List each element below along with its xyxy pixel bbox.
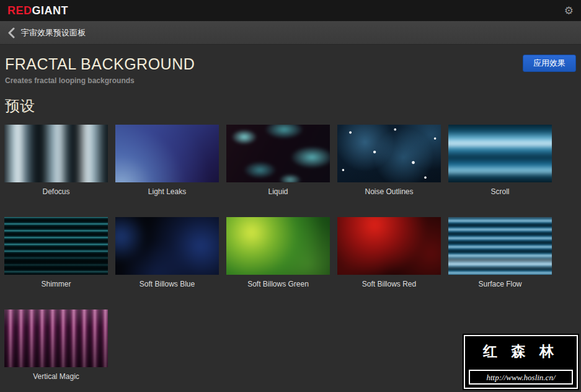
preset-thumb-scroll[interactable] — [448, 125, 552, 182]
thumb-art — [337, 125, 441, 182]
preset-label: Shimmer — [4, 280, 108, 288]
preset-thumb-liquid[interactable] — [226, 125, 330, 182]
thumb-art — [4, 125, 108, 182]
preset-thumb-shimmer[interactable] — [4, 217, 108, 275]
preset-label: Surface Flow — [448, 280, 552, 288]
nav-back-label[interactable]: 宇宙效果预设面板 — [21, 27, 86, 38]
thumb-art — [4, 310, 108, 367]
preset-cell-surface-flow[interactable]: Surface Flow — [448, 217, 552, 288]
preset-label: Soft Billows Green — [226, 280, 330, 288]
watermark-box: 红 森 林 http://www.hoslin.cn/ — [464, 335, 578, 389]
preset-cell-noise-outlines[interactable]: Noise Outlines — [337, 125, 441, 196]
thumb-art — [448, 125, 552, 182]
preset-label: Soft Billows Blue — [115, 280, 219, 288]
preset-cell-liquid[interactable]: Liquid — [226, 125, 330, 196]
thumb-art — [226, 217, 330, 275]
brand-rest-text: GIANT — [32, 4, 69, 17]
preset-label: Noise Outlines — [337, 187, 441, 196]
effect-header: FRACTAL BACKGROUND Creates fractal loopi… — [0, 45, 581, 85]
top-brand-bar: REDGIANT ⚙ — [0, 0, 581, 21]
back-nav-bar[interactable]: 宇宙效果预设面板 — [0, 21, 581, 45]
thumb-art — [448, 217, 552, 275]
redgiant-logo: REDGIANT — [7, 4, 68, 17]
thumb-art — [337, 217, 441, 275]
preset-thumb-soft-billows-blue[interactable] — [115, 217, 219, 275]
preset-thumb-soft-billows-green[interactable] — [226, 217, 330, 275]
preset-thumb-defocus[interactable] — [4, 125, 108, 182]
preset-thumb-light-leaks[interactable] — [115, 125, 219, 182]
preset-cell-soft-billows-red[interactable]: Soft Billows Red — [337, 217, 441, 288]
back-chevron-icon[interactable] — [7, 27, 15, 38]
thumb-art — [115, 217, 219, 275]
gear-icon[interactable]: ⚙ — [564, 6, 574, 16]
app-window: REDGIANT ⚙ 宇宙效果预设面板 FRACTAL BACKGROUND C… — [0, 0, 581, 392]
preset-thumb-vertical-magic[interactable] — [4, 310, 108, 367]
preset-label: Liquid — [226, 187, 330, 196]
brand-red-text: RED — [7, 4, 32, 17]
apply-effect-button[interactable]: 应用效果 — [523, 55, 576, 72]
watermark-inner: 红 森 林 http://www.hoslin.cn/ — [469, 339, 573, 385]
preset-cell-shimmer[interactable]: Shimmer — [4, 217, 108, 288]
preset-label: Light Leaks — [115, 187, 219, 196]
watermark-url-box: http://www.hoslin.cn/ — [469, 370, 573, 385]
preset-label: Vertical Magic — [4, 372, 108, 381]
preset-label: Scroll — [448, 187, 552, 196]
preset-cell-defocus[interactable]: Defocus — [4, 125, 108, 196]
presets-heading: 预设 — [5, 96, 576, 116]
effect-subtitle: Creates fractal looping backgrounds — [5, 76, 523, 85]
thumb-art — [115, 125, 219, 182]
watermark-title: 红 森 林 — [469, 339, 573, 361]
preset-cell-soft-billows-blue[interactable]: Soft Billows Blue — [115, 217, 219, 288]
preset-thumb-soft-billows-red[interactable] — [337, 217, 441, 275]
preset-cell-vertical-magic[interactable]: Vertical Magic — [4, 310, 108, 381]
preset-thumb-noise-outlines[interactable] — [337, 125, 441, 182]
preset-label: Soft Billows Red — [337, 280, 441, 288]
effect-titles: FRACTAL BACKGROUND Creates fractal loopi… — [5, 55, 523, 85]
preset-thumb-surface-flow[interactable] — [448, 217, 552, 275]
thumb-art — [4, 217, 108, 275]
watermark-url: http://www.hoslin.cn/ — [487, 373, 556, 382]
preset-cell-light-leaks[interactable]: Light Leaks — [115, 125, 219, 196]
thumb-art — [226, 125, 330, 182]
preset-cell-soft-billows-green[interactable]: Soft Billows Green — [226, 217, 330, 288]
preset-cell-scroll[interactable]: Scroll — [448, 125, 552, 196]
effect-title: FRACTAL BACKGROUND — [5, 55, 523, 73]
preset-label: Defocus — [4, 187, 108, 196]
